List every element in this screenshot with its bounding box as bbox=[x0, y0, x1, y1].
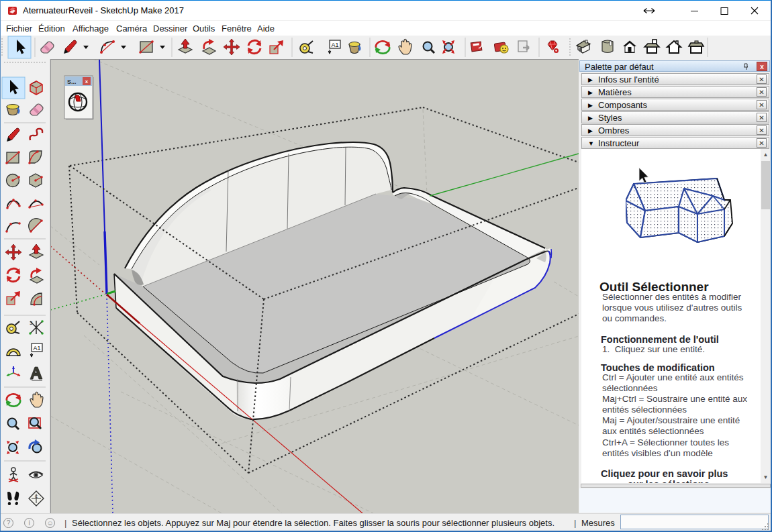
svg-text:x: x bbox=[85, 78, 89, 85]
svg-text:S...: S... bbox=[67, 78, 77, 85]
svg-text:C: C bbox=[35, 494, 38, 498]
svg-text:A1: A1 bbox=[331, 42, 338, 48]
svg-text:3: 3 bbox=[30, 320, 33, 326]
svg-text:A1: A1 bbox=[33, 345, 40, 352]
